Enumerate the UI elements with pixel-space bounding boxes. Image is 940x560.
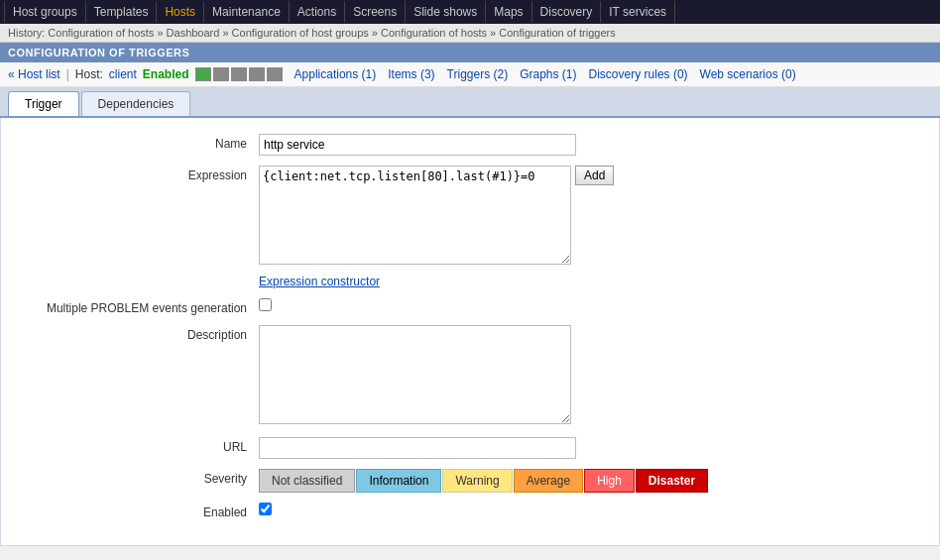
description-row: Description — [21, 325, 919, 427]
applications-link[interactable]: Applications (1) — [294, 67, 377, 81]
url-control — [259, 437, 576, 459]
name-input[interactable] — [259, 134, 576, 156]
items-link[interactable]: Items (3) — [388, 67, 434, 81]
description-control — [259, 325, 571, 427]
nav-host-groups[interactable]: Host groups — [4, 1, 86, 23]
config-header: CONFIGURATION OF TRIGGERS — [0, 43, 940, 62]
severity-average[interactable]: Average — [514, 469, 583, 493]
severity-disaster[interactable]: Disaster — [636, 469, 708, 493]
url-row: URL — [21, 437, 919, 459]
host-icon-3 — [231, 67, 247, 81]
breadcrumb-text: History: Configuration of hosts » Dashbo… — [8, 27, 616, 39]
nav-maps[interactable]: Maps — [486, 1, 531, 23]
graphs-link[interactable]: Graphs (1) — [520, 67, 576, 81]
nav-templates[interactable]: Templates — [86, 1, 158, 23]
enabled-row: Enabled — [21, 503, 919, 519]
multiple-events-label: Multiple PROBLEM events generation — [21, 298, 259, 315]
name-label: Name — [21, 134, 259, 151]
nav-screens[interactable]: Screens — [345, 1, 406, 23]
enabled-status: Enabled — [143, 67, 189, 81]
severity-label: Severity — [21, 469, 259, 486]
severity-information[interactable]: Information — [356, 469, 441, 493]
nav-maintenance[interactable]: Maintenance — [204, 1, 290, 23]
multiple-events-row: Multiple PROBLEM events generation — [21, 298, 919, 315]
form-area: Name Expression Add Expression construct… — [0, 118, 940, 546]
severity-not-classified[interactable]: Not classified — [259, 469, 355, 493]
nav-slide-shows[interactable]: Slide shows — [406, 1, 486, 23]
enabled-control — [259, 503, 272, 515]
url-label: URL — [21, 437, 259, 454]
description-label: Description — [21, 325, 259, 342]
discovery-rules-link[interactable]: Discovery rules (0) — [589, 67, 688, 81]
enabled-label: Enabled — [21, 503, 259, 519]
severity-buttons: Not classified Information Warning Avera… — [259, 469, 709, 493]
nav-actions[interactable]: Actions — [290, 1, 345, 23]
triggers-link[interactable]: Triggers (2) — [447, 67, 509, 81]
host-label: Host: — [75, 67, 103, 81]
add-button[interactable]: Add — [575, 166, 614, 185]
url-input[interactable] — [259, 437, 576, 459]
expression-row: Expression Add — [21, 166, 919, 265]
host-icon-5 — [267, 67, 283, 81]
top-navigation: Host groups Templates Hosts Maintenance … — [0, 0, 940, 24]
host-list-link[interactable]: « Host list — [8, 67, 60, 81]
severity-high[interactable]: High — [584, 469, 635, 493]
breadcrumb: History: Configuration of hosts » Dashbo… — [0, 24, 940, 43]
expr-constructor: Expression constructor — [259, 275, 380, 288]
host-icon-2 — [213, 67, 229, 81]
tab-trigger[interactable]: Trigger — [8, 91, 79, 116]
host-icon-4 — [249, 67, 265, 81]
nav-it-services[interactable]: IT services — [601, 1, 675, 23]
expr-constructor-row: Expression constructor — [21, 275, 919, 288]
name-row: Name — [21, 134, 919, 156]
description-textarea[interactable] — [259, 325, 571, 424]
tab-dependencies[interactable]: Dependencies — [81, 91, 191, 116]
enabled-checkbox[interactable] — [259, 503, 272, 515]
severity-row: Severity Not classified Information Warn… — [21, 469, 919, 493]
expr-constructor-link[interactable]: Expression constructor — [259, 275, 380, 288]
host-icon-1 — [195, 67, 211, 81]
expression-textarea[interactable] — [259, 166, 571, 265]
severity-warning[interactable]: Warning — [442, 469, 512, 493]
host-name-link[interactable]: client — [109, 67, 137, 81]
web-scenarios-link[interactable]: Web scenarios (0) — [700, 67, 796, 81]
nav-hosts[interactable]: Hosts — [157, 1, 204, 23]
host-bar: « Host list | Host: client Enabled Appli… — [0, 62, 940, 87]
tab-bar: Trigger Dependencies — [0, 87, 940, 118]
name-control — [259, 134, 576, 156]
nav-discovery[interactable]: Discovery — [532, 1, 602, 23]
host-icon-group — [195, 67, 283, 81]
expression-control: Add — [259, 166, 614, 265]
expression-label: Expression — [21, 166, 259, 182]
multiple-events-checkbox[interactable] — [259, 298, 272, 311]
multiple-events-control — [259, 298, 272, 311]
